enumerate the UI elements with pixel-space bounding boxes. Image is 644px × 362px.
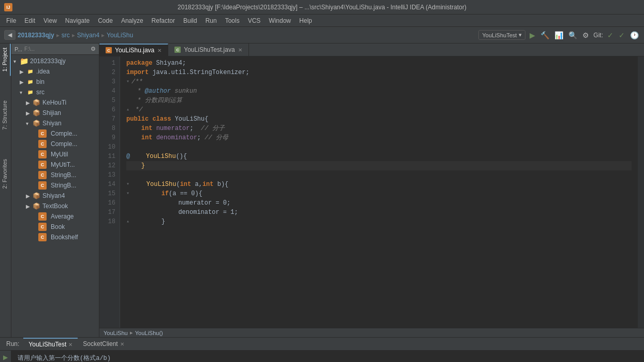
tree-item-myutilt[interactable]: C MyUtiT... bbox=[11, 160, 99, 170]
tree-item-myutil[interactable]: C MyUtil bbox=[11, 149, 99, 160]
tree-item-stringb1[interactable]: C StringB... bbox=[11, 170, 99, 180]
tree-label-bookshelf: Bookshelf bbox=[51, 234, 78, 241]
line-numbers: 1 2 3 4 5 6 7 8 9 10 11 12 13 14 15 16 1… bbox=[99, 56, 120, 328]
package-icon: 📦 bbox=[32, 202, 40, 210]
sidebar-tab-favorites[interactable]: 2: Favorites bbox=[0, 155, 11, 193]
sidebar-tab-project[interactable]: 1: Project bbox=[0, 44, 11, 76]
tree-item-shiyan[interactable]: ▾ 📦 Shiyan bbox=[11, 118, 99, 128]
tree-item-stringb2[interactable]: C StringB... bbox=[11, 180, 99, 191]
code-line-9: int denominator; // 分母 bbox=[126, 133, 632, 142]
menu-tools[interactable]: Tools bbox=[221, 16, 244, 25]
code-content[interactable]: package Shiyan4; import java.util.String… bbox=[120, 56, 638, 328]
close-icon[interactable]: ✕ bbox=[68, 342, 72, 347]
tree-label-comple1: Comple... bbox=[51, 130, 77, 137]
code-line-8: int numerator; // 分子 bbox=[126, 124, 632, 133]
menu-help[interactable]: Help bbox=[295, 16, 316, 25]
tab-youlishu[interactable]: C YouLiShu.java ✕ bbox=[99, 44, 168, 56]
code-line-4: * @author sunkun bbox=[126, 86, 632, 96]
tree-label-shiyan4: Shiyan4 bbox=[42, 192, 65, 199]
menu-analyze[interactable]: Analyze bbox=[117, 16, 148, 25]
output-line-1: 请用户输入第一个分数(格式a/b) bbox=[18, 354, 638, 362]
tree-label-idea: .idea bbox=[36, 68, 50, 75]
run-config-selector[interactable]: YouLiShuTest ▾ bbox=[478, 30, 525, 40]
bottom-toolbar: ▶ ▲ ▼ ■ ↩ 📌 🖨 🗑 bbox=[0, 351, 11, 362]
breadcrumb-shiyan4[interactable]: Shiyan4 bbox=[77, 32, 99, 39]
tree-label-kehouti: KeHouTi bbox=[42, 99, 66, 106]
tree-item-bookshelf[interactable]: C Bookshelf bbox=[11, 232, 99, 242]
sidebar-tab-structure[interactable]: 7: Structure bbox=[0, 96, 11, 134]
menu-window[interactable]: Window bbox=[265, 16, 295, 25]
menu-run[interactable]: Run bbox=[201, 16, 221, 25]
code-line-15: ▾ if(a == 0){ bbox=[126, 189, 632, 198]
build-button[interactable]: 🔨 bbox=[539, 30, 550, 40]
breadcrumb-youlishu[interactable]: YouLiShu bbox=[107, 32, 133, 39]
java-icon: C bbox=[38, 223, 47, 231]
code-line-14: ▾ YouLiShu(int a,int b){ bbox=[126, 180, 632, 189]
tree-label-comple2: Comple... bbox=[51, 140, 77, 148]
tab-close-youlishu[interactable]: ✕ bbox=[157, 48, 162, 53]
profile-button[interactable]: 🔍 bbox=[567, 30, 578, 40]
project-icon: 📁 bbox=[20, 57, 28, 65]
git-clock[interactable]: 🕐 bbox=[629, 30, 640, 40]
tree-item-idea[interactable]: ▶ 📁 .idea bbox=[11, 66, 99, 77]
code-line-12: } bbox=[126, 161, 632, 170]
tab-close-youlishutest[interactable]: ✕ bbox=[238, 47, 242, 53]
run-button[interactable]: ▶ bbox=[529, 30, 536, 40]
package-icon: 📦 bbox=[32, 119, 40, 127]
breadcrumb-src[interactable]: src bbox=[62, 32, 70, 39]
tree-item-book[interactable]: C Book bbox=[11, 222, 99, 232]
tree-arrow: ▶ bbox=[26, 193, 32, 199]
tree-arrow: ▶ bbox=[26, 204, 32, 209]
menu-vcs[interactable]: VCS bbox=[244, 16, 265, 25]
tree-item-comple2[interactable]: C Comple... bbox=[11, 139, 99, 149]
editor-area: C YouLiShu.java ✕ C YouLiShuTest.java ✕ … bbox=[99, 44, 644, 337]
git-checkmark1[interactable]: ✓ bbox=[606, 30, 614, 40]
tree-item-src[interactable]: ▾ 📁 src bbox=[11, 87, 99, 97]
tree-item-kehouti[interactable]: ▶ 📦 KeHouTi bbox=[11, 97, 99, 108]
breadcrumb-class[interactable]: YouLiShu bbox=[104, 330, 128, 336]
git-checkmark2[interactable]: ✓ bbox=[618, 30, 626, 40]
bottom-panel: Run: YouLiShuTest ✕ SocketClient ✕ ▶ ▲ ▼… bbox=[0, 337, 644, 362]
tree-item-average[interactable]: C Average bbox=[11, 211, 99, 222]
tree-item-shijian[interactable]: ▶ 📦 Shijian bbox=[11, 108, 99, 118]
tree-item-textbook[interactable]: ▶ 📦 TextBook bbox=[11, 201, 99, 211]
tree-item-root[interactable]: ▾ 📁 20182333qjy bbox=[11, 56, 99, 66]
breadcrumb-method[interactable]: YouLiShu() bbox=[135, 330, 163, 336]
project-tree: ▾ 📁 20182333qjy ▶ 📁 .idea ▶ 📁 bin ▾ 📁 sr… bbox=[11, 55, 99, 337]
code-line-16: numerator = 0; bbox=[126, 198, 632, 208]
run-again-button[interactable]: ▶ bbox=[2, 353, 9, 362]
tree-arrow: ▾ bbox=[20, 90, 26, 95]
menu-file[interactable]: File bbox=[2, 16, 20, 25]
bottom-tab-socketclient[interactable]: SocketClient ✕ bbox=[78, 338, 129, 350]
menu-navigate[interactable]: Navigate bbox=[61, 16, 94, 25]
tree-label-average: Average bbox=[51, 213, 74, 220]
menu-refactor[interactable]: Refactor bbox=[148, 16, 179, 25]
terminal-output[interactable]: 请用户输入第一个分数(格式a/b) 1/5 请用户输入要进行运算的运算符(+-*… bbox=[11, 351, 644, 362]
bottom-content: ▶ ▲ ▼ ■ ↩ 📌 🖨 🗑 请用户输入第一个分数(格式a/b) 1/5 请用… bbox=[0, 351, 644, 362]
menu-build[interactable]: Build bbox=[179, 16, 201, 25]
tree-item-comple1[interactable]: C Comple... bbox=[11, 128, 99, 139]
menu-view[interactable]: View bbox=[39, 16, 61, 25]
bottom-tab-youlishutest[interactable]: YouLiShuTest ✕ bbox=[23, 338, 78, 350]
tree-item-shiyan4[interactable]: ▶ 📦 Shiyan4 bbox=[11, 191, 99, 201]
window-title: 20182333qjy [F:\IdeaProjects\20182333qjy… bbox=[178, 4, 466, 11]
tree-label-myutil: MyUtil bbox=[51, 151, 68, 158]
java-icon: C bbox=[38, 150, 47, 158]
coverage-button[interactable]: 📊 bbox=[553, 30, 564, 40]
editor-breadcrumb: YouLiShu ▸ YouLiShu() bbox=[99, 328, 644, 337]
menu-code[interactable]: Code bbox=[94, 16, 117, 25]
menu-edit[interactable]: Edit bbox=[20, 16, 39, 25]
back-button[interactable]: ◀ bbox=[4, 30, 16, 40]
tree-arrow: ▾ bbox=[13, 59, 20, 64]
close-icon[interactable]: ✕ bbox=[120, 341, 124, 347]
chevron-down-icon: ▾ bbox=[519, 32, 522, 38]
folder-icon: 📁 bbox=[26, 88, 34, 96]
tree-item-bin[interactable]: ▶ 📁 bin bbox=[11, 77, 99, 87]
project-name[interactable]: 20182333qjy bbox=[18, 32, 54, 39]
java-icon: C bbox=[38, 129, 47, 138]
tab-youlishutest[interactable]: C YouLiShuTest.java ✕ bbox=[168, 44, 248, 56]
gear-icon[interactable]: ⚙ bbox=[91, 46, 96, 52]
settings-button[interactable]: ⚙ bbox=[581, 30, 590, 40]
tree-arrow: ▶ bbox=[26, 110, 32, 116]
java-icon: C bbox=[38, 233, 47, 241]
